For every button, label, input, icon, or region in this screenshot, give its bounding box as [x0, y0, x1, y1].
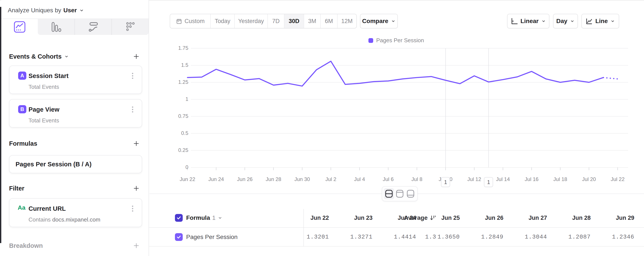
filter-title: Filter: [9, 185, 24, 192]
event-badge-b: B: [18, 105, 26, 113]
range-3m[interactable]: 3M: [304, 14, 320, 28]
y-tick-label: 1: [164, 96, 188, 102]
chevron-down-icon: [570, 19, 575, 23]
chart-type-dropdown[interactable]: Line: [581, 14, 619, 28]
formula-card[interactable]: Pages Per Session (B / A): [9, 155, 142, 173]
tab-insights[interactable]: [1, 19, 38, 35]
add-event-button[interactable]: [132, 53, 140, 60]
query-builder-sidebar: Analyze Uniques by User: [1, 0, 149, 256]
interval-dropdown[interactable]: Day: [553, 14, 578, 28]
chevron-down-icon[interactable]: [64, 54, 69, 59]
tab-retention[interactable]: [112, 19, 148, 35]
range-12m[interactable]: 12M: [337, 14, 356, 28]
select-all-checkbox[interactable]: [175, 214, 183, 222]
events-cohorts-header: Events & Cohorts: [9, 53, 140, 60]
analyze-value-dropdown[interactable]: User: [63, 7, 77, 14]
cell-value: 1.3650: [423, 234, 460, 240]
range-custom[interactable]: Custom: [170, 14, 210, 28]
range-30d[interactable]: 30D: [284, 14, 304, 28]
formula-group-selector[interactable]: Formula 1: [186, 214, 222, 221]
linear-scale-icon: [510, 17, 518, 25]
cell-value: 1.3271: [336, 234, 372, 240]
split-view-toggle[interactable]: [384, 188, 394, 199]
date-range-segmented-control: CustomTodayYesterday7D30D3M6M12M: [170, 14, 357, 28]
formula-group-label: Formula: [186, 214, 210, 221]
date-column-header[interactable]: Jun 27: [512, 214, 547, 221]
date-column-header[interactable]: Jun 26: [469, 214, 504, 221]
formula-group-number: 1: [212, 214, 216, 221]
annotation-badge[interactable]: 1: [441, 177, 450, 187]
x-tick-label: Jun 28: [258, 176, 288, 182]
filter-value[interactable]: docs.mixpanel.com: [52, 216, 100, 223]
chart-view-icon: [395, 189, 404, 198]
event-measure[interactable]: Total Events: [28, 84, 59, 90]
x-tick-label: Jun 24: [201, 176, 231, 182]
tab-bar-chart[interactable]: [38, 19, 74, 35]
event-card-page-view[interactable]: B Page View Total Events: [9, 99, 142, 128]
scale-dropdown[interactable]: Linear: [507, 14, 550, 28]
y-tick-label: 1.25: [164, 79, 188, 85]
event-name: Session Start: [28, 72, 68, 80]
bar-chart-tab-icon: [50, 21, 62, 33]
chevron-down-icon[interactable]: [79, 8, 84, 13]
chevron-down-icon: [218, 216, 222, 220]
event-card-session-start[interactable]: A Session Start Total Events: [9, 66, 142, 94]
x-tick-label: Jul 18: [545, 176, 575, 182]
date-column-header[interactable]: Jun 24: [382, 214, 416, 221]
formulas-title: Formulas: [9, 140, 37, 147]
table-header-row: Formula 1 Average Jun 22Jun 23Jun 24Jun …: [149, 208, 644, 228]
cell-value: 1.2346: [598, 234, 634, 240]
cell-value: 1.2849: [467, 234, 504, 240]
range-6m[interactable]: 6M: [320, 14, 337, 28]
y-tick-label: 0: [164, 164, 188, 170]
calendar-icon: [176, 18, 182, 24]
event-measure[interactable]: Total Events: [28, 117, 59, 124]
chevron-down-icon: [541, 19, 546, 23]
plus-icon: [133, 243, 140, 249]
add-breakdown-button[interactable]: [132, 242, 140, 249]
range-yesterday[interactable]: Yesterday: [234, 14, 267, 28]
compare-button[interactable]: Compare: [360, 14, 398, 28]
event-name: Page View: [28, 106, 60, 113]
date-column-header[interactable]: Jun 29: [600, 214, 634, 221]
filter-options-kebab[interactable]: [129, 204, 136, 213]
x-tick-label: Jun 22: [172, 176, 202, 182]
y-tick-label: 0.5: [164, 130, 188, 136]
plus-icon: [133, 140, 140, 147]
scale-label: Linear: [520, 18, 538, 24]
events-cohorts-title: Events & Cohorts: [9, 53, 62, 60]
tab-flow[interactable]: [74, 19, 112, 35]
flow-tab-icon: [87, 21, 100, 33]
range-7d[interactable]: 7D: [267, 14, 284, 28]
cell-value: 1.3044: [510, 234, 547, 240]
series-name: Pages Per Session: [186, 234, 238, 241]
compare-label: Compare: [362, 18, 388, 24]
split-view-icon: [384, 189, 394, 198]
date-column-header[interactable]: Jun 22: [294, 214, 329, 221]
y-tick-label: 1.5: [164, 62, 188, 68]
check-icon: [176, 215, 182, 221]
range-today[interactable]: Today: [210, 14, 234, 28]
event-badge-a: A: [18, 72, 26, 80]
annotation-badge[interactable]: 1: [484, 177, 493, 187]
x-tick-label: Jun 26: [230, 176, 260, 182]
table-only-view-toggle[interactable]: [405, 188, 416, 199]
table-column-divider: [304, 209, 304, 247]
cell-value: 1.4414: [380, 234, 416, 240]
filter-operator[interactable]: Contains: [28, 216, 51, 223]
add-formula-button[interactable]: [132, 140, 140, 147]
date-column-header[interactable]: Jun 28: [556, 214, 591, 221]
x-tick-label: Jul 2: [316, 176, 346, 182]
x-tick-label: Jul 6: [373, 176, 404, 182]
date-column-header[interactable]: Jun 25: [425, 214, 460, 221]
series-checkbox[interactable]: [175, 233, 183, 241]
date-column-header[interactable]: Jun 23: [338, 214, 372, 221]
event-options-kebab[interactable]: [129, 72, 136, 80]
breakdown-header: Breakdown: [9, 242, 140, 250]
plus-icon: [133, 53, 140, 60]
chart-only-view-toggle[interactable]: [394, 188, 405, 199]
filter-card-current-url[interactable]: Aa Current URL Contains docs.mixpanel.co…: [9, 198, 142, 227]
add-filter-button[interactable]: [132, 185, 140, 192]
event-options-kebab[interactable]: [129, 105, 136, 114]
chevron-down-icon: [610, 19, 615, 23]
